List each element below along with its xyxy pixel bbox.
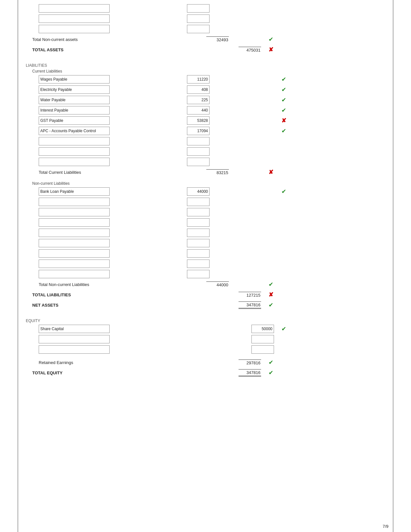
total-assets-row: TOTAL ASSETS 475031 ✘ [26, 44, 385, 55]
total-liabilities-row: TOTAL LIABILITIES 127215 ✘ [26, 290, 385, 300]
total-equity-row: TOTAL EQUITY 347816 ✔ [26, 368, 385, 378]
bank-loan-row: Bank Loan Payable 44000 ✔ [26, 186, 385, 197]
wages-payable-icon: ✔ [281, 76, 286, 83]
bank-loan-value[interactable]: 44000 [187, 187, 210, 196]
apc-row: APC - Accounts Payable Control 17094 ✔ [26, 126, 385, 136]
bank-loan-name[interactable]: Bank Loan Payable [39, 187, 110, 196]
interest-payable-row: Interest Payable 440 ✔ [26, 105, 385, 115]
current-empty-1 [26, 136, 385, 146]
liabilities-section-label: LIABILITIES [26, 63, 385, 68]
nc-empty-4 [26, 228, 385, 238]
interest-payable-name[interactable]: Interest Payable [39, 106, 110, 114]
wages-payable-row: Wages Payable 11220 ✔ [26, 74, 385, 84]
apc-name[interactable]: APC - Accounts Payable Control [39, 127, 110, 135]
equity-empty-1 [26, 334, 385, 344]
total-equity-value: 347816 [239, 369, 261, 377]
current-liabilities-label: Current Liabilities [26, 69, 385, 74]
nc-empty-5 [26, 238, 385, 248]
total-non-current-assets-value: 32493 [206, 36, 229, 42]
total-non-current-liabilities-icon: ✔ [269, 281, 273, 288]
gst-payable-name[interactable]: GST Payable [39, 116, 110, 125]
current-empty-3 [26, 157, 385, 167]
total-non-current-assets-row: Total Non-current assets 32493 ✔ [26, 34, 385, 44]
share-capital-icon: ✔ [281, 325, 286, 332]
gst-payable-icon: ✘ [281, 117, 286, 124]
net-assets-row: NET ASSETS 347816 ✔ [26, 300, 385, 310]
equity-empty-2 [26, 344, 385, 355]
equity-section-label: EQUITY [26, 319, 385, 323]
total-current-liabilities-value: 83215 [206, 169, 229, 175]
total-liabilities-label: TOTAL LIABILITIES [26, 292, 164, 297]
electricity-payable-name[interactable]: Electricity Payable [39, 85, 110, 94]
retained-earnings-value: 297816 [239, 360, 261, 365]
bank-loan-icon: ✔ [281, 188, 286, 195]
gst-payable-row: GST Payable 53828 ✘ [26, 115, 385, 126]
nc-empty-6 [26, 248, 385, 259]
empty-row-2 [26, 14, 385, 24]
gst-payable-value[interactable]: 53828 [187, 116, 210, 125]
left-border [18, 0, 18, 532]
total-liabilities-value: 127215 [239, 292, 261, 298]
wages-payable-name[interactable]: Wages Payable [39, 75, 110, 84]
total-non-current-liabilities-value: 44000 [206, 281, 229, 287]
total-non-current-liabilities-row: Total Non-current Liabilities 44000 ✔ [26, 279, 385, 290]
apc-value[interactable]: 17094 [187, 127, 210, 135]
total-liabilities-icon: ✘ [269, 291, 273, 298]
interest-payable-icon: ✔ [281, 107, 286, 114]
total-assets-icon: ✘ [269, 46, 273, 53]
total-current-liabilities-row: Total Current Liabilities 83215 ✘ [26, 167, 385, 177]
right-border [393, 0, 393, 532]
total-current-liabilities-icon: ✘ [269, 169, 273, 176]
nc-empty-7 [26, 259, 385, 269]
share-capital-row: Share Capital 50000 ✔ [26, 324, 385, 334]
nc-empty-1 [26, 197, 385, 207]
wages-payable-value[interactable]: 11220 [187, 75, 210, 84]
nc-empty-8 [26, 269, 385, 279]
page-number: 7/9 [383, 524, 388, 529]
electricity-payable-icon: ✔ [281, 86, 286, 93]
retained-earnings-icon: ✔ [269, 359, 273, 366]
share-capital-name[interactable]: Share Capital [39, 325, 110, 333]
net-assets-icon: ✔ [269, 301, 273, 309]
empty-row-3 [26, 24, 385, 34]
retained-earnings-label: Retained Earnings [26, 360, 164, 365]
empty-row-1 [26, 3, 385, 14]
retained-earnings-row: Retained Earnings 297816 ✔ [26, 357, 385, 368]
apc-icon: ✔ [281, 127, 286, 134]
electricity-payable-row: Electricity Payable 408 ✔ [26, 84, 385, 95]
electricity-payable-value[interactable]: 408 [187, 85, 210, 94]
share-capital-value[interactable]: 50000 [251, 325, 274, 333]
total-equity-icon: ✔ [269, 369, 273, 376]
total-non-current-assets-label: Total Non-current assets [26, 37, 164, 42]
total-assets-label: TOTAL ASSETS [26, 47, 164, 52]
total-current-liabilities-label: Total Current Liabilities [26, 170, 164, 175]
total-equity-label: TOTAL EQUITY [26, 370, 164, 375]
nc-empty-2 [26, 207, 385, 217]
net-assets-value: 347816 [239, 301, 261, 309]
non-current-liabilities-label: Non-current Liabilities [26, 181, 385, 186]
water-payable-icon: ✔ [281, 96, 286, 103]
total-non-current-assets-icon: ✔ [269, 36, 273, 43]
current-empty-2 [26, 146, 385, 157]
interest-payable-value[interactable]: 440 [187, 106, 210, 114]
main-content: Total Non-current assets 32493 ✔ TOTAL A… [26, 0, 385, 378]
nc-empty-3 [26, 217, 385, 228]
net-assets-label: NET ASSETS [26, 303, 164, 308]
water-payable-value[interactable]: 225 [187, 96, 210, 104]
water-payable-row: Water Payable 225 ✔ [26, 95, 385, 105]
total-non-current-liabilities-label: Total Non-current Liabilities [26, 282, 164, 287]
total-assets-value: 475031 [239, 47, 261, 53]
page-container: Total Non-current assets 32493 ✔ TOTAL A… [0, 0, 411, 532]
water-payable-name[interactable]: Water Payable [39, 96, 110, 104]
